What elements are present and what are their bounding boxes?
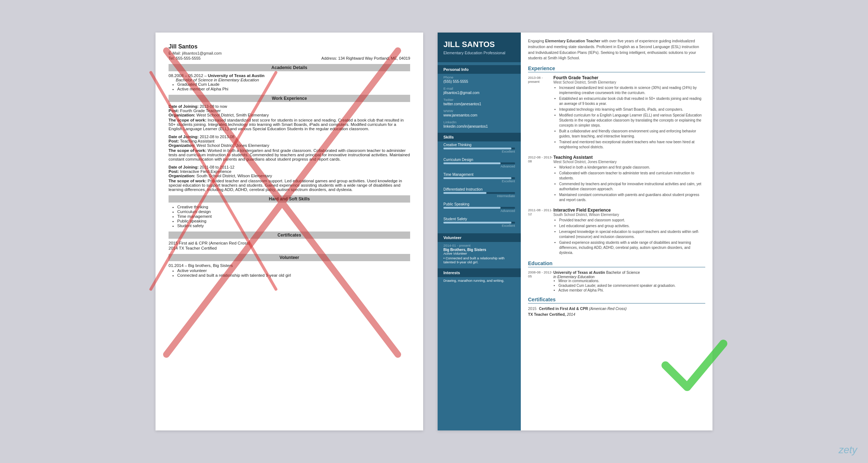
sidebar-header: JILL SANTOS Elementary Education Profess…: [438, 33, 521, 62]
skill-0: Creative Thinking Excellent: [438, 141, 521, 156]
skill-5: Student Safety Excellent: [438, 216, 521, 230]
right-name: JILL SANTOS: [443, 40, 515, 49]
left-email: E-Mail: jillsantos1@gmail.com: [169, 51, 410, 55]
academic-section-header: Academic Details: [169, 64, 410, 71]
volunteer-section-title: Volunteer: [438, 233, 521, 242]
skill-bar-2: [443, 177, 511, 179]
skill-2: Time Management Excellent: [438, 171, 521, 186]
resume-bad: Jill Santos E-Mail: jillsantos1@gmail.co…: [156, 33, 423, 430]
skills-section-header: Hard and Soft Skills: [169, 195, 410, 203]
left-cert-1: 2014 TX Teacher Certified: [169, 246, 410, 250]
cert-1: TX Teacher Certified, 2014: [528, 312, 705, 317]
summary-text: Engaging Elementary Education Teacher wi…: [528, 38, 705, 61]
interests-section-title: Interests: [438, 268, 521, 277]
left-edu-entry: 08.2008 – 05.2012 – University of Texas …: [169, 73, 410, 91]
skill-bar-1: [443, 162, 501, 164]
zety-watermark: zety: [839, 444, 857, 456]
exp-1: 2012-08 - 2013-08 Teaching Assistant Wes…: [528, 155, 705, 203]
experience-section-title: Experience: [528, 65, 705, 72]
left-work-0: Date of Joining: 2013-08 to now Post: Fo…: [169, 104, 410, 131]
cert-0: 2015 Certified in First Aid & CPR (Ameri…: [528, 306, 705, 311]
exp-2-bullets: Provided teacher and classroom support. …: [559, 218, 705, 255]
right-title: Elementary Education Professional: [443, 51, 515, 55]
left-contact-row: Tel: 555-555-5555 Address: 134 Rightward…: [169, 56, 410, 60]
left-volunteer-bullets: Active volunteer Connected and built a r…: [177, 268, 410, 277]
skill-bar-4: [443, 207, 501, 209]
edu-0-bullets: Minor in communications. Graduated Cum L…: [558, 279, 705, 292]
sidebar-twitter: Twitter twitter.com/janesantos1: [438, 96, 521, 107]
resume-good: JILL SANTOS Elementary Education Profess…: [438, 33, 712, 430]
certs-section-header: Certificates: [169, 232, 410, 239]
skill-bar-5: [443, 222, 511, 224]
left-work-1: Date of Joining: 2012-08 to 2013-08 Post…: [169, 135, 410, 161]
left-edu-bullets: Graduated Cum Laude Active member of Alp…: [177, 82, 410, 91]
skill-3: Differentiated Instruction Intermediate: [438, 186, 521, 201]
skill-4: Public Speaking Advanced: [438, 201, 521, 216]
exp-2: 2011-08 - 2011-12 Interactive Field Expe…: [528, 208, 705, 256]
page-container: Jill Santos E-Mail: jillsantos1@gmail.co…: [141, 18, 727, 445]
skill-bar-0: [443, 148, 511, 149]
sidebar-linkedin: LinkedIn linkedin.com/in/janesantos1: [438, 119, 521, 130]
personal-info-section: Personal Info: [438, 65, 521, 74]
skill-bar-3: [443, 192, 486, 194]
skills-section-title: Skills: [438, 133, 521, 141]
certificates-section-title: Certificates: [528, 297, 705, 303]
left-tel: Tel: 555-555-5555: [169, 56, 201, 60]
left-volunteer-dates: 01.2014 – Big brothers, Big Sisters: [169, 263, 410, 268]
left-name: Jill Santos: [169, 43, 410, 50]
sidebar-phone: Phone (555) 555-5555: [438, 74, 521, 85]
exp-1-bullets: Worked in both a kindergarten and first …: [559, 165, 705, 203]
edu-0: 2008-08 - 2012-05 University of Texas at…: [528, 270, 705, 293]
left-skills-list: Creative thinking Curriculum design Time…: [177, 205, 410, 228]
exp-0: 2013-08 - present Fourth Grade Teacher W…: [528, 75, 705, 150]
sidebar-email: E-mail jillsantos1@gmail.com: [438, 85, 521, 96]
left-cert-0: 2015 First aid & CPR (American Red Cross…: [169, 241, 410, 245]
volunteer-section-header: Volunteer: [169, 254, 410, 261]
work-section-header: Work Experience: [169, 95, 410, 102]
left-work-2: Date of Joining: 2011-08 to 2011-12 Post…: [169, 165, 410, 192]
sidebar-volunteer: 2014-01 - present Big Brothers, Big Sist…: [438, 242, 521, 266]
exp-0-bullets: Increased standardized test score for st…: [559, 85, 705, 150]
skill-1: Curriculum Design Advanced: [438, 156, 521, 171]
sidebar-www: WWW www.janesantos.com: [438, 107, 521, 119]
resume-sidebar: JILL SANTOS Elementary Education Profess…: [438, 33, 521, 430]
main-content: Engaging Elementary Education Teacher wi…: [521, 33, 712, 430]
sidebar-interests: Drawing, marathon running, and writing.: [438, 277, 521, 284]
education-section-title: Education: [528, 260, 705, 267]
left-address: Address: 134 Rightward Way Portland, ME,…: [322, 56, 410, 60]
